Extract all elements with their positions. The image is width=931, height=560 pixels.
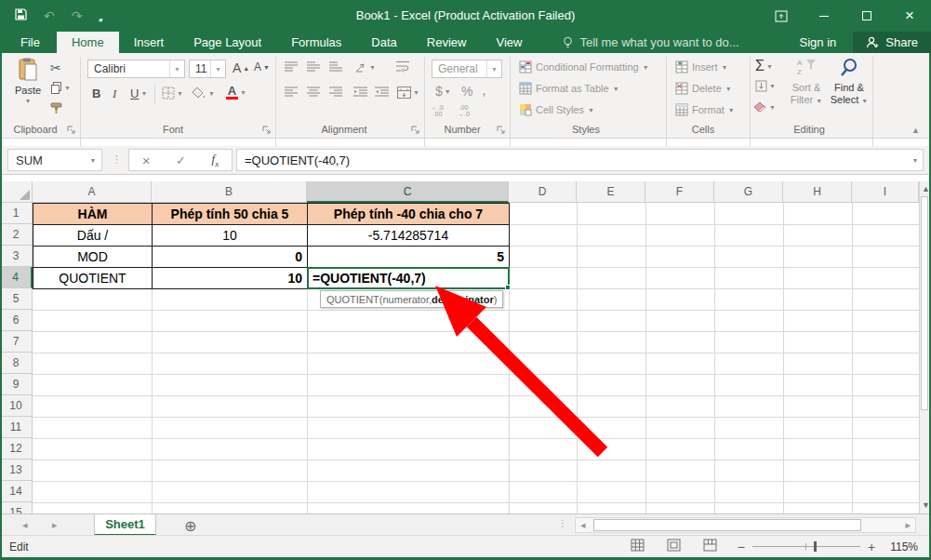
zoom-in-icon[interactable]: + [868,540,875,554]
italic-button[interactable]: I [113,87,116,101]
decrease-font-button[interactable]: A▼ [254,60,270,73]
clear-button[interactable]: ▼ [753,101,776,113]
increase-font-button[interactable]: A▲ [233,60,249,75]
column-header-B[interactable]: B [152,181,307,203]
cut-button[interactable]: ✂ [50,60,61,75]
cell-A3[interactable]: MOD [33,247,153,268]
column-header-G[interactable]: G [714,181,783,203]
zoom-level[interactable]: 115% [890,540,918,553]
row-header-14[interactable]: 14 [0,481,33,502]
row-header-2[interactable]: 2 [0,224,33,246]
comma-style-button[interactable]: , [482,81,486,100]
cell-C3[interactable]: 5 [308,247,510,268]
underline-button[interactable]: U▼ [130,87,147,100]
format-painter-button[interactable] [50,102,62,114]
scroll-right-icon[interactable]: ▸ [905,519,911,531]
column-header-C[interactable]: C [307,181,509,203]
percent-style-button[interactable]: % [461,84,472,99]
insert-function-icon[interactable]: fx [212,152,219,168]
fill-button[interactable]: ▼ [755,80,776,92]
column-header-E[interactable]: E [577,181,645,203]
page-layout-view-icon[interactable] [667,539,681,554]
ribbon-display-options-icon[interactable] [760,0,803,32]
row-header-10[interactable]: 10 [0,395,33,417]
fill-handle[interactable] [505,285,511,290]
vertical-scrollbar-thumb[interactable] [921,196,928,410]
merge-center-button[interactable]: ▼ [397,87,419,99]
sheet-tab-sheet1[interactable]: Sheet1 [94,514,156,536]
row-header-15[interactable]: 15 [0,502,33,513]
tab-splitter-handle[interactable]: ⋮ [558,518,568,528]
cell-C1[interactable]: Phép tính -40 chia cho 7 [308,204,510,225]
column-header-F[interactable]: F [645,181,714,203]
tab-file[interactable]: File [4,32,57,53]
delete-cells-button[interactable]: Delete ▼ [675,82,732,95]
row-header-1[interactable]: 1 [0,203,33,224]
zoom-out-icon[interactable]: − [738,540,745,554]
column-header-I[interactable]: I [852,181,919,203]
name-box[interactable]: SUM ▼ [7,149,102,171]
new-sheet-icon[interactable]: ⊕ [184,517,196,535]
align-bottom-button[interactable] [329,61,342,73]
row-header-6[interactable]: 6 [0,310,33,331]
cell-B1[interactable]: Phép tính 50 chia 5 [153,204,308,225]
font-name-combo[interactable]: Calibri▼ [87,60,185,78]
number-format-combo[interactable]: General▼ [432,60,502,78]
row-header-3[interactable]: 3 [0,246,33,267]
font-size-combo[interactable]: 11▼ [189,60,226,78]
column-header-A[interactable]: A [33,181,152,203]
tab-view[interactable]: View [481,32,537,53]
number-dialog-launcher-icon[interactable] [497,126,505,134]
paste-button[interactable]: Paste ▼ [9,58,47,104]
cancel-icon[interactable]: × [142,153,151,168]
accounting-format-button[interactable]: $ ▼ [435,84,451,99]
wrap-text-button[interactable] [396,60,410,73]
collapse-ribbon-icon[interactable]: ▲ [911,126,920,135]
font-dialog-launcher-icon[interactable] [262,126,271,134]
tab-data[interactable]: Data [356,32,411,53]
decrease-indent-button[interactable] [353,87,367,98]
align-right-button[interactable] [329,87,342,98]
minimize-button[interactable] [803,0,845,32]
formula-bar-drag-handle[interactable]: ⋮ [112,153,123,166]
share-button[interactable]: Share [853,32,931,53]
close-button[interactable]: × [888,0,931,32]
find-select-button[interactable]: Find &Select ▼ [829,57,870,107]
align-middle-button[interactable] [307,61,320,73]
cell-C2[interactable]: -5.714285714 [308,225,510,247]
alignment-dialog-launcher-icon[interactable] [411,126,419,134]
autosum-button[interactable]: Σ ▼ [755,58,773,74]
tab-formulas[interactable]: Formulas [276,32,356,53]
cell-styles-button[interactable]: Cell Styles ▼ [519,103,594,116]
clipboard-dialog-launcher-icon[interactable] [67,126,75,134]
row-header-13[interactable]: 13 [0,460,33,481]
format-cells-button[interactable]: Format ▼ [675,103,735,116]
row-header-4[interactable]: 4 [0,267,33,288]
orientation-button[interactable]: ▼ [354,60,376,73]
row-header-11[interactable]: 11 [0,417,33,438]
increase-decimal-button[interactable]: ←.0.00 [432,104,444,117]
enter-icon[interactable]: ✓ [176,153,186,167]
row-header-12[interactable]: 12 [0,438,33,460]
expand-formula-bar-icon[interactable]: ▼ [908,157,923,164]
prev-sheet-icon[interactable]: ◂ [22,519,28,531]
cell-B4[interactable]: 10 [153,268,308,289]
insert-cells-button[interactable]: Insert ▼ [675,60,727,73]
row-header-9[interactable]: 9 [0,374,33,395]
page-break-view-icon[interactable] [703,539,717,554]
borders-button[interactable]: ▼ [162,87,183,100]
cell-B2[interactable]: 10 [153,225,308,247]
tab-home[interactable]: Home [57,32,119,53]
tab-page-layout[interactable]: Page Layout [179,32,276,53]
next-sheet-icon[interactable]: ▸ [52,519,58,531]
align-left-button[interactable] [285,87,298,98]
row-header-5[interactable]: 5 [0,288,33,310]
maximize-button[interactable] [845,0,888,32]
scroll-left-icon[interactable]: ◂ [580,519,586,531]
row-header-7[interactable]: 7 [0,331,33,353]
sign-in-button[interactable]: Sign in [783,32,854,53]
align-center-button[interactable] [307,87,320,98]
copy-button[interactable]: ▼ [50,82,71,94]
fill-color-button[interactable]: ▼ [193,87,215,100]
cell-B3[interactable]: 0 [153,247,308,268]
